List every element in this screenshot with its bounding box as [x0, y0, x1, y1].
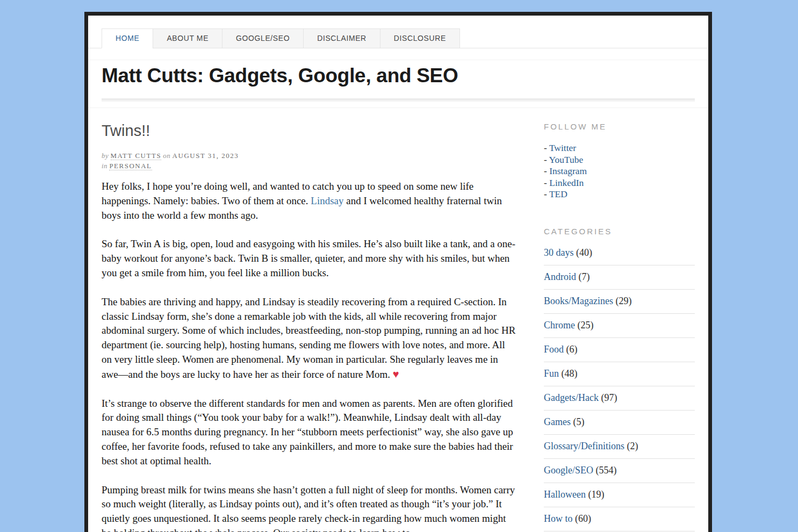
header-bottom-divider — [88, 101, 708, 108]
category-link-books-magazines[interactable]: Books/Magazines — [544, 296, 613, 306]
dash-prefix: - — [544, 177, 549, 188]
nav-tab-home[interactable]: HOME — [102, 28, 153, 48]
category-count: (97) — [601, 392, 617, 403]
follow-me-heading: FOLLOW ME — [544, 122, 695, 131]
nav-tab-google-seo[interactable]: GOOGLE/SEO — [222, 28, 304, 48]
byline-line-2: in PERSONAL — [102, 161, 516, 171]
nav-tab-about-me[interactable]: ABOUT ME — [153, 28, 222, 48]
dash-prefix: - — [544, 154, 549, 165]
dash-prefix: - — [544, 189, 549, 199]
category-link-personal[interactable]: PERSONAL — [109, 162, 152, 170]
paragraph-3-text: The babies are thriving and happy, and L… — [102, 296, 515, 380]
linkedin-link[interactable]: LinkedIn — [549, 177, 584, 188]
category-link-fun[interactable]: Fun — [544, 368, 559, 379]
categories-list: 30 days (40) Android (7) Books/Magazines… — [544, 241, 695, 531]
category-count: (29) — [615, 296, 631, 306]
category-count: (6) — [566, 344, 578, 355]
category-count: (7) — [579, 271, 590, 282]
category-count: (25) — [578, 320, 594, 330]
paragraph-4: It’s strange to observe the different st… — [102, 397, 516, 469]
category-item-chrome: Chrome (25) — [544, 314, 695, 338]
category-count: (19) — [588, 489, 604, 500]
categories-heading: CATEGORIES — [544, 227, 695, 236]
category-link-glossary-definitions[interactable]: Glossary/Definitions — [544, 441, 624, 451]
paragraph-5: Pumping breast milk for twins means she … — [102, 483, 516, 532]
category-count: (48) — [562, 368, 578, 379]
byline-line-1: by MATT CUTTS on AUGUST 31, 2023 — [102, 150, 516, 161]
category-link-how-to[interactable]: How to — [544, 513, 573, 524]
nav-tab-disclosure[interactable]: DISCLOSURE — [380, 28, 460, 48]
primary-nav: HOME ABOUT ME GOOGLE/SEO DISCLAIMER DISC… — [88, 28, 708, 48]
category-link-halloween[interactable]: Halloween — [544, 489, 586, 500]
post-byline: by MATT CUTTS on AUGUST 31, 2023 in PERS… — [102, 150, 516, 171]
category-count: (60) — [575, 513, 591, 524]
post-title: Twins!! — [102, 122, 516, 139]
category-link-android[interactable]: Android — [544, 271, 576, 282]
youtube-link[interactable]: YouTube — [549, 154, 584, 165]
instagram-link[interactable]: Instagram — [549, 166, 587, 176]
category-item-halloween: Halloween (19) — [544, 483, 695, 507]
nav-divider — [88, 48, 708, 60]
follow-item-instagram: - Instagram — [544, 166, 695, 177]
follow-item-twitter: - Twitter — [544, 142, 695, 154]
site-title: Matt Cutts: Gadgets, Google, and SEO — [102, 63, 695, 88]
category-item-android: Android (7) — [544, 265, 695, 290]
follow-item-ted: - TED — [544, 189, 695, 200]
category-count: (40) — [576, 247, 592, 258]
category-item-glossary-definitions: Glossary/Definitions (2) — [544, 435, 695, 459]
category-count: (554) — [596, 465, 617, 476]
category-count: (2) — [627, 441, 638, 451]
sidebar: FOLLOW ME - Twitter - YouTube - Instagra… — [544, 122, 695, 532]
by-label: by — [102, 152, 109, 160]
on-label: on — [163, 152, 170, 160]
category-link-games[interactable]: Games — [544, 416, 571, 427]
nav-tab-disclaimer[interactable]: DISCLAIMER — [303, 28, 380, 48]
paragraph-3: The babies are thriving and happy, and L… — [102, 295, 516, 382]
category-item-games: Games (5) — [544, 411, 695, 435]
category-item-google-seo: Google/SEO (554) — [544, 459, 695, 483]
paragraph-2: So far, Twin A is big, open, loud and ea… — [102, 237, 516, 280]
follow-list: - Twitter - YouTube - Instagram - Linked… — [544, 142, 695, 200]
category-item-books-magazines: Books/Magazines (29) — [544, 290, 695, 314]
post-date: AUGUST 31, 2023 — [172, 152, 239, 160]
follow-item-youtube: - YouTube — [544, 154, 695, 166]
author-link[interactable]: MATT CUTTS — [111, 152, 162, 160]
category-item-gadgets-hack: Gadgets/Hack (97) — [544, 386, 695, 411]
heart-icon: ♥ — [393, 368, 399, 380]
in-label: in — [102, 162, 107, 170]
category-count: (5) — [573, 416, 584, 427]
category-item-fun: Fun (48) — [544, 362, 695, 386]
follow-item-linkedin: - LinkedIn — [544, 177, 695, 189]
category-item-food: Food (6) — [544, 338, 695, 362]
site-frame: HOME ABOUT ME GOOGLE/SEO DISCLAIMER DISC… — [84, 12, 712, 532]
category-item-30-days: 30 days (40) — [544, 241, 695, 265]
content-area: Twins!! by MATT CUTTS on AUGUST 31, 2023… — [88, 108, 708, 532]
dash-prefix: - — [544, 166, 549, 176]
article: Twins!! by MATT CUTTS on AUGUST 31, 2023… — [102, 122, 516, 532]
ted-link[interactable]: TED — [549, 189, 567, 199]
paragraph-1: Hey folks, I hope you’re doing well, and… — [102, 179, 516, 222]
category-link-gadgets-hack[interactable]: Gadgets/Hack — [544, 392, 599, 403]
category-item-how-to: How to (60) — [544, 507, 695, 531]
category-link-google-seo[interactable]: Google/SEO — [544, 465, 593, 476]
twitter-link[interactable]: Twitter — [549, 142, 576, 153]
lindsay-link[interactable]: Lindsay — [311, 195, 343, 206]
category-link-30-days[interactable]: 30 days — [544, 247, 574, 258]
category-link-chrome[interactable]: Chrome — [544, 320, 575, 330]
dash-prefix: - — [544, 142, 549, 153]
category-link-food[interactable]: Food — [544, 344, 564, 355]
